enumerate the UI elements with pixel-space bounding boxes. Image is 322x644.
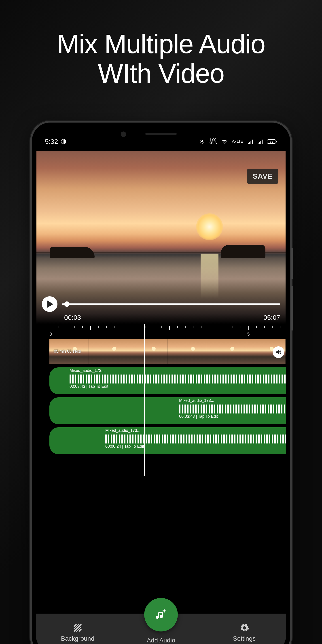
video-preview[interactable]: SAVE 00:03 05:07 — [36, 151, 286, 324]
hatch-icon — [73, 623, 82, 633]
phone-frame: 5:32 1.00 KB/S Vo LTE 81 — [30, 121, 292, 644]
audio-clip[interactable]: Mixed_audio_173... 00:03:43 | Tap To Edi… — [50, 397, 286, 424]
timeline-ruler[interactable]: 0 5 — [36, 324, 286, 338]
signal-icon — [247, 139, 253, 144]
volume-button[interactable] — [272, 346, 284, 358]
wifi-icon — [221, 139, 228, 144]
phone-speaker — [145, 133, 177, 135]
status-app-icon — [60, 139, 66, 144]
audio-track-3[interactable]: Mixed_audio_173... 00:00:24 | Tap To Edi… — [50, 427, 286, 454]
status-clock: 5:32 — [45, 138, 58, 145]
nav-settings[interactable]: Settings — [202, 614, 286, 644]
ruler-label-0: 0 — [50, 332, 52, 337]
nav-label: Settings — [233, 635, 256, 642]
seek-handle[interactable] — [64, 302, 70, 307]
seek-bar[interactable] — [62, 304, 280, 305]
nav-label: Add Audio — [147, 637, 175, 644]
preview-rock-decor — [50, 247, 94, 258]
phone-side-button — [291, 248, 293, 279]
clip-title: Mixed_audio_173... — [101, 427, 286, 433]
phone-camera — [121, 132, 126, 137]
phone-screen: 5:32 1.00 KB/S Vo LTE 81 — [36, 126, 286, 644]
waveform-icon — [70, 374, 286, 384]
bluetooth-icon — [199, 139, 204, 144]
marketing-headline: Mix Multiple Audio WIth Video — [0, 0, 322, 88]
preview-rock-decor — [221, 245, 266, 258]
gear-icon — [240, 623, 249, 633]
battery-icon: 81 — [267, 139, 277, 144]
headline-line2: WIth Video — [0, 58, 322, 88]
total-time: 05:07 — [264, 314, 280, 321]
add-music-icon — [155, 608, 167, 621]
svg-text:81: 81 — [270, 140, 273, 143]
add-audio-fab[interactable] — [144, 598, 178, 632]
ruler-label-5: 5 — [247, 332, 250, 337]
status-bar: 5:32 1.00 KB/S Vo LTE 81 — [36, 126, 286, 150]
clip-title: Mixed_audio_173... — [50, 368, 286, 373]
waveform-icon — [105, 434, 286, 444]
audio-track-2[interactable]: Mixed_audio_173... 00:03:43 | Tap To Edi… — [50, 397, 286, 424]
save-button[interactable]: SAVE — [247, 168, 278, 184]
headline-line1: Mix Multiple Audio — [0, 29, 322, 58]
volte-indicator: Vo LTE — [232, 140, 243, 143]
playhead[interactable] — [144, 324, 145, 476]
timeline[interactable]: 0 5 05 min 06 secs Mixed_audio — [36, 324, 286, 454]
volume-icon — [275, 349, 282, 355]
svg-rect-2 — [276, 141, 277, 142]
audio-clip[interactable]: Mixed_audio_173... 00:00:24 | Tap To Edi… — [50, 427, 286, 454]
preview-glare-decor — [200, 254, 218, 298]
play-button[interactable] — [42, 296, 58, 312]
preview-sun-decor — [196, 213, 223, 240]
nav-background[interactable]: Background — [36, 614, 120, 644]
clip-title: Mixed_audio_173... — [175, 397, 286, 403]
waveform-icon — [179, 404, 286, 414]
current-time: 00:03 — [64, 314, 81, 321]
video-duration-badge: 05 min 06 secs — [54, 349, 81, 354]
player-controls: 00:03 05:07 — [42, 296, 280, 321]
phone-side-button — [291, 286, 293, 330]
network-speed: 1.00 KB/S — [209, 138, 217, 145]
signal-icon-2 — [257, 139, 263, 144]
audio-track-1[interactable]: Mixed_audio_173... 00:03:43 | Tap To Edi… — [50, 368, 286, 394]
play-icon — [47, 300, 54, 308]
nav-label: Background — [61, 635, 94, 642]
video-track[interactable]: 05 min 06 secs — [50, 339, 286, 364]
audio-clip[interactable]: Mixed_audio_173... 00:03:43 | Tap To Edi… — [50, 368, 286, 394]
